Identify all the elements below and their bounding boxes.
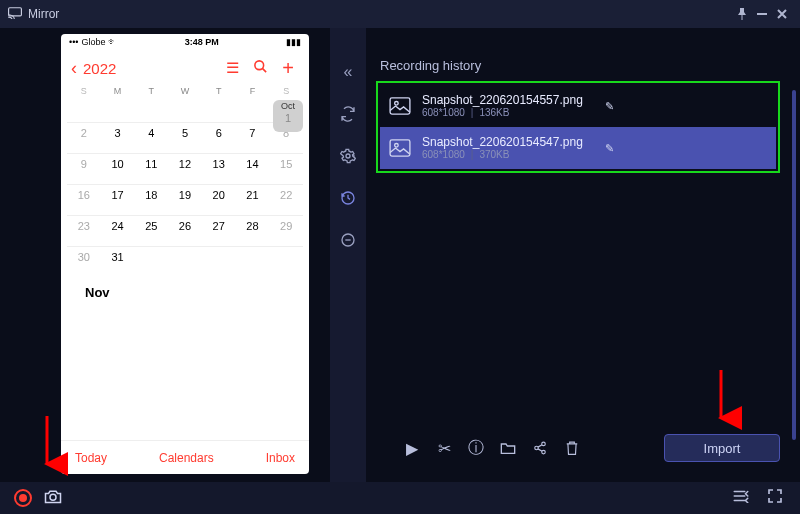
delete-icon[interactable] <box>562 438 582 458</box>
share-icon[interactable] <box>530 438 550 458</box>
history-item[interactable]: Snapshot_220620154547.png 608*1080|370KB… <box>380 127 776 169</box>
list-view-icon[interactable]: ☰ <box>221 59 243 77</box>
edit-icon[interactable]: ✎ <box>605 142 614 155</box>
section-title: Recording history <box>380 58 780 73</box>
mirrored-device: •••Globeᯤ 3:48 PM ▮▮▮ ‹ 2022 ☰ + SMTWTFS… <box>61 34 309 474</box>
refresh-icon[interactable] <box>336 102 360 126</box>
record-button[interactable] <box>14 489 32 507</box>
app-title: Mirror <box>28 7 59 21</box>
month-label-nov: Nov <box>67 277 303 306</box>
titlebar: Mirror <box>0 0 800 28</box>
svg-point-6 <box>395 102 399 106</box>
close-button[interactable] <box>772 4 792 24</box>
side-toolbar: « <box>330 28 366 482</box>
svg-point-9 <box>542 442 546 446</box>
file-name: Snapshot_220620154547.png <box>422 135 583 149</box>
history-item[interactable]: Snapshot_220620154557.png 608*1080|136KB… <box>380 85 776 127</box>
svg-point-8 <box>395 144 399 148</box>
svg-rect-1 <box>757 13 767 15</box>
cast-icon <box>8 7 22 22</box>
image-icon <box>388 96 412 116</box>
today-button[interactable]: Today <box>75 451 107 465</box>
device-statusbar: •••Globeᯤ 3:48 PM ▮▮▮ <box>61 34 309 50</box>
highlight-box: Snapshot_220620154557.png 608*1080|136KB… <box>376 81 780 173</box>
svg-point-11 <box>542 450 546 454</box>
svg-point-10 <box>535 446 539 450</box>
bottom-bar <box>0 482 800 514</box>
pin-button[interactable] <box>732 4 752 24</box>
cut-icon[interactable]: ✂ <box>434 438 454 458</box>
back-icon[interactable]: ‹ <box>71 58 77 79</box>
toggle-panel-icon[interactable] <box>730 489 752 507</box>
info-icon[interactable]: ⓘ <box>466 438 486 458</box>
minimize-button[interactable] <box>752 4 772 24</box>
snapshot-button[interactable] <box>44 489 62 508</box>
image-icon <box>388 138 412 158</box>
edit-icon[interactable]: ✎ <box>605 100 614 113</box>
remove-icon[interactable] <box>336 228 360 252</box>
svg-rect-7 <box>390 140 410 156</box>
svg-rect-5 <box>390 98 410 114</box>
settings-icon[interactable] <box>336 144 360 168</box>
scrollbar[interactable] <box>792 90 796 440</box>
year-label[interactable]: 2022 <box>83 60 116 77</box>
add-event-icon[interactable]: + <box>277 61 299 75</box>
folder-icon[interactable] <box>498 438 518 458</box>
file-name: Snapshot_220620154557.png <box>422 93 583 107</box>
day-of-week-header: SMTWTFS <box>61 86 309 100</box>
fullscreen-icon[interactable] <box>764 488 786 508</box>
month-badge-oct: Oct1 <box>273 100 303 132</box>
play-icon[interactable]: ▶ <box>402 438 422 458</box>
calendars-button[interactable]: Calendars <box>159 451 214 465</box>
search-icon[interactable] <box>249 59 271 77</box>
inbox-button[interactable]: Inbox <box>266 451 295 465</box>
svg-point-2 <box>254 61 263 70</box>
svg-point-12 <box>50 494 56 500</box>
collapse-icon[interactable]: « <box>336 60 360 84</box>
svg-point-3 <box>346 154 350 158</box>
history-icon[interactable] <box>336 186 360 210</box>
import-button[interactable]: Import <box>664 434 780 462</box>
